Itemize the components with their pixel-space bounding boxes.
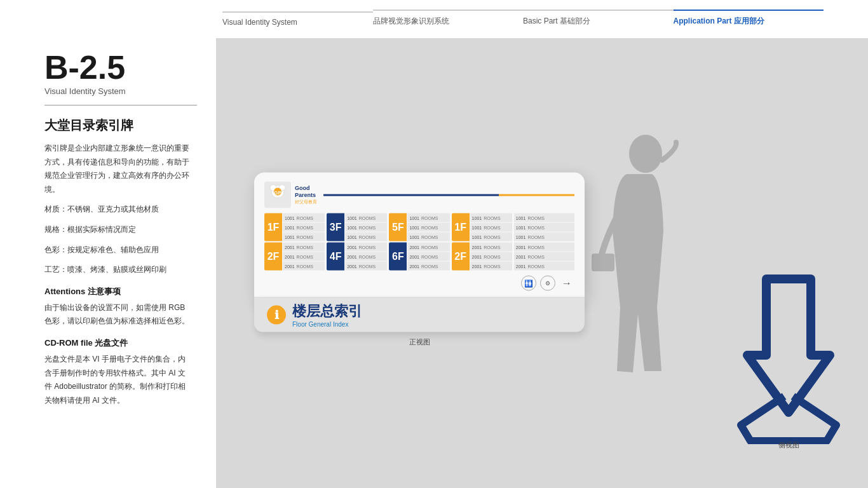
logo-text: GoodParents: [295, 185, 317, 199]
svg-rect-1: [592, 254, 614, 271]
sign-board: GP GoodParents 好父母教育: [254, 173, 585, 297]
floor-badge-2f: 2F: [264, 243, 282, 271]
floor-badge-1f: 1F: [264, 214, 282, 241]
sign-header-line: [323, 194, 574, 196]
body-text-1: 索引牌是企业内部建立形象统一意识的重要方式，具有传递信息和导向的功能，有助于规范…: [44, 142, 191, 196]
floor-col-4: 1F 1001ROOMS 1001ROOMS 1001ROOMS 2F: [452, 214, 512, 271]
cdrom-title: CD-ROM file 光盘文件: [44, 337, 191, 349]
arrow-symbol-container: 侧视图: [728, 266, 849, 450]
nav-item-vis[interactable]: Visual Identity System: [222, 11, 373, 32]
cdrom-body: 光盘文件是本 VI 手册电子文件的集合，内含手册制作时的专用软件格式。其中 AI…: [44, 353, 191, 407]
spec-3: 色彩：按规定标准色、辅助色应用: [44, 243, 191, 257]
nav-item-brand[interactable]: 品牌视觉形象识别系统: [373, 10, 524, 32]
spec-2: 规格：根据实际标情况而定: [44, 223, 191, 237]
floor-general-label: 楼层总索引: [292, 302, 362, 321]
floor-2f-rooms: 2001ROOMS 2001ROOMS 2001ROOMS: [283, 243, 325, 271]
floor-3f-rooms: 1001ROOMS 1001ROOMS 1001ROOMS: [345, 214, 387, 241]
caption-front: 正视图: [254, 337, 585, 347]
floor-badge-2f-b: 2F: [452, 243, 470, 271]
floor-badge-5f: 5F: [389, 214, 407, 241]
icon-arrow: →: [559, 276, 574, 291]
floor-col-2: 3F 1001ROOMS 1001ROOMS 1001ROOMS 4F: [327, 214, 387, 271]
floor-general-sub: Floor General Index: [292, 321, 362, 328]
floor-4f-rooms: 2001ROOMS 2001ROOMS 2001ROOMS: [345, 243, 387, 271]
brand-logo-icon: GP: [264, 182, 291, 208]
floor-badge-4f: 4F: [327, 243, 344, 271]
floor-index-text: 楼层总索引 Floor General Index: [292, 302, 362, 328]
nav-item-empty: [44, 22, 222, 32]
arrow-person-icon: [728, 266, 849, 444]
spec-1: 材质：不锈钢、亚克力或其他材质: [44, 203, 191, 217]
icon-settings: ⚙: [540, 276, 555, 291]
floor-col-5: 1001ROOMS 1001ROOMS 1001ROOMS 2001ROOMS …: [514, 214, 574, 271]
floor-6f-rooms: 2001ROOMS 2001ROOMS 2001ROOMS: [407, 243, 449, 271]
page-subtitle: Visual Identity System: [44, 86, 191, 96]
section-title: 大堂目录索引牌: [44, 117, 191, 134]
icon-person: 🚻: [521, 276, 536, 291]
floor-badge-6f: 6F: [389, 243, 407, 271]
nav-item-basic[interactable]: Basic Part 基础部分: [523, 10, 674, 32]
floor-badge-3f: 3F: [327, 214, 344, 241]
sign-front-view: GP GoodParents 好父母教育: [254, 173, 585, 347]
nav-item-app[interactable]: Application Part 应用部分: [674, 10, 824, 32]
person-silhouette: [582, 38, 696, 488]
logo-sub: 好父母教育: [295, 198, 317, 205]
attentions-title: Attentions 注意事项: [44, 286, 191, 297]
divider-1: [44, 105, 197, 105]
info-icon: ℹ: [267, 305, 286, 324]
spec-4: 工艺：喷漆、烤漆、贴膜或丝网印刷: [44, 263, 191, 277]
floor-1f-rooms: 1001ROOMS 1001ROOMS 1001ROOMS: [283, 214, 325, 241]
attentions-body: 由于输出设备的设置不同，如需使用 RGB 色彩，请以印刷色值为标准选择相近色彩。: [44, 301, 191, 329]
page-id: B-2.5: [44, 51, 191, 84]
floor-grid: 1F 1001ROOMS 1001ROOMS 1001ROOMS 2F: [264, 214, 574, 271]
floor-5f-rooms: 1001ROOMS 1001ROOMS 1001ROOMS: [407, 214, 449, 241]
right-panel: GP GoodParents 好父母教育: [216, 38, 868, 488]
sign-foot: ℹ 楼层总索引 Floor General Index: [254, 297, 585, 332]
svg-point-0: [629, 135, 662, 173]
svg-text:GP: GP: [274, 190, 281, 196]
main-layout: B-2.5 Visual Identity System 大堂目录索引牌 索引牌…: [0, 38, 868, 488]
sign-bottom-icons: 🚻 ⚙ →: [264, 276, 574, 297]
floor-col-1: 1F 1001ROOMS 1001ROOMS 1001ROOMS 2F: [264, 214, 325, 271]
left-panel: B-2.5 Visual Identity System 大堂目录索引牌 索引牌…: [0, 38, 216, 488]
top-nav: Visual Identity System 品牌视觉形象识别系统 Basic …: [0, 0, 868, 38]
floor-col-3: 5F 1001ROOMS 1001ROOMS 1001ROOMS 6F: [389, 214, 449, 271]
floor-badge-1f-b: 1F: [452, 214, 470, 241]
